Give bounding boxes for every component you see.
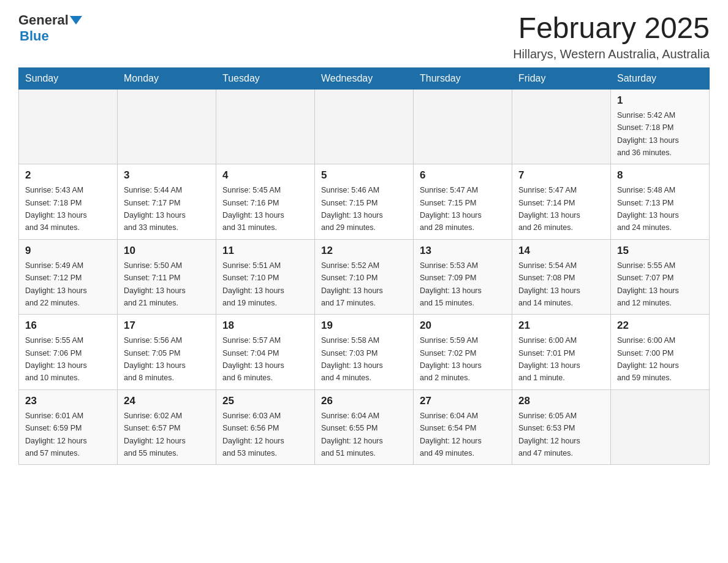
calendar-cell: [19, 89, 118, 164]
header-tuesday: Tuesday: [216, 67, 315, 89]
day-number: 7: [518, 169, 604, 182]
day-number: 15: [617, 245, 703, 257]
day-info: Sunrise: 5:52 AMSunset: 7:10 PMDaylight:…: [321, 261, 383, 307]
day-info: Sunrise: 6:02 AMSunset: 6:57 PMDaylight:…: [124, 412, 186, 458]
day-number: 21: [518, 320, 604, 332]
day-number: 25: [222, 395, 308, 407]
day-info: Sunrise: 6:00 AMSunset: 7:01 PMDaylight:…: [518, 336, 580, 382]
calendar-cell: 2Sunrise: 5:43 AMSunset: 7:18 PMDaylight…: [19, 164, 118, 240]
day-number: 4: [222, 169, 308, 182]
day-number: 14: [518, 245, 604, 257]
header-friday: Friday: [512, 67, 611, 89]
month-title: February 2025: [513, 12, 710, 45]
header-thursday: Thursday: [414, 67, 512, 89]
day-number: 1: [617, 94, 703, 107]
calendar-cell: [315, 89, 414, 164]
day-number: 10: [124, 245, 210, 257]
day-info: Sunrise: 5:50 AMSunset: 7:11 PMDaylight:…: [124, 261, 186, 307]
day-info: Sunrise: 5:59 AMSunset: 7:02 PMDaylight:…: [420, 336, 482, 382]
day-info: Sunrise: 5:58 AMSunset: 7:03 PMDaylight:…: [321, 336, 383, 382]
logo: General Blue: [18, 12, 82, 44]
day-number: 18: [222, 320, 308, 332]
calendar-cell: [414, 89, 512, 164]
day-number: 9: [25, 245, 111, 257]
title-area: February 2025 Hillarys, Western Australi…: [513, 12, 710, 61]
calendar-cell: 13Sunrise: 5:53 AMSunset: 7:09 PMDayligh…: [414, 239, 512, 315]
calendar-cell: [216, 89, 315, 164]
calendar-cell: 21Sunrise: 6:00 AMSunset: 7:01 PMDayligh…: [512, 315, 611, 390]
day-number: 26: [321, 395, 407, 407]
day-number: 11: [222, 245, 308, 257]
day-info: Sunrise: 5:55 AMSunset: 7:06 PMDaylight:…: [25, 336, 87, 382]
calendar-cell: 3Sunrise: 5:44 AMSunset: 7:17 PMDaylight…: [118, 164, 216, 240]
day-info: Sunrise: 6:04 AMSunset: 6:54 PMDaylight:…: [420, 412, 482, 458]
calendar-cell: [118, 89, 216, 164]
day-number: 28: [518, 395, 604, 407]
logo-arrow-icon: [70, 16, 82, 25]
day-number: 3: [124, 169, 210, 182]
calendar-cell: 9Sunrise: 5:49 AMSunset: 7:12 PMDaylight…: [19, 239, 118, 315]
day-number: 16: [25, 320, 111, 332]
calendar-cell: 19Sunrise: 5:58 AMSunset: 7:03 PMDayligh…: [315, 315, 414, 390]
day-info: Sunrise: 5:45 AMSunset: 7:16 PMDaylight:…: [222, 186, 284, 232]
header-sunday: Sunday: [19, 67, 118, 89]
calendar-cell: 7Sunrise: 5:47 AMSunset: 7:14 PMDaylight…: [512, 164, 611, 240]
day-info: Sunrise: 5:49 AMSunset: 7:12 PMDaylight:…: [25, 261, 87, 307]
day-number: 23: [25, 395, 111, 407]
day-number: 5: [321, 169, 407, 182]
day-info: Sunrise: 5:42 AMSunset: 7:18 PMDaylight:…: [617, 111, 679, 157]
day-info: Sunrise: 5:53 AMSunset: 7:09 PMDaylight:…: [420, 261, 482, 307]
header-monday: Monday: [118, 67, 216, 89]
calendar-cell: [611, 389, 710, 465]
day-number: 6: [420, 169, 506, 182]
day-info: Sunrise: 5:56 AMSunset: 7:05 PMDaylight:…: [124, 336, 186, 382]
header-wednesday: Wednesday: [315, 67, 414, 89]
calendar-cell: 8Sunrise: 5:48 AMSunset: 7:13 PMDaylight…: [611, 164, 710, 240]
calendar-cell: 27Sunrise: 6:04 AMSunset: 6:54 PMDayligh…: [414, 389, 512, 465]
calendar-cell: 5Sunrise: 5:46 AMSunset: 7:15 PMDaylight…: [315, 164, 414, 240]
calendar-cell: 14Sunrise: 5:54 AMSunset: 7:08 PMDayligh…: [512, 239, 611, 315]
calendar-cell: 18Sunrise: 5:57 AMSunset: 7:04 PMDayligh…: [216, 315, 315, 390]
day-number: 13: [420, 245, 506, 257]
calendar-cell: 28Sunrise: 6:05 AMSunset: 6:53 PMDayligh…: [512, 389, 611, 465]
header: General Blue February 2025 Hillarys, Wes…: [18, 12, 710, 61]
calendar-cell: 10Sunrise: 5:50 AMSunset: 7:11 PMDayligh…: [118, 239, 216, 315]
location-subtitle: Hillarys, Western Australia, Australia: [513, 47, 710, 61]
day-number: 20: [420, 320, 506, 332]
day-info: Sunrise: 6:01 AMSunset: 6:59 PMDaylight:…: [25, 412, 87, 458]
day-info: Sunrise: 5:47 AMSunset: 7:15 PMDaylight:…: [420, 186, 482, 232]
calendar-cell: 26Sunrise: 6:04 AMSunset: 6:55 PMDayligh…: [315, 389, 414, 465]
day-info: Sunrise: 5:44 AMSunset: 7:17 PMDaylight:…: [124, 186, 186, 232]
day-info: Sunrise: 5:57 AMSunset: 7:04 PMDaylight:…: [222, 336, 284, 382]
calendar-cell: 6Sunrise: 5:47 AMSunset: 7:15 PMDaylight…: [414, 164, 512, 240]
calendar-cell: 11Sunrise: 5:51 AMSunset: 7:10 PMDayligh…: [216, 239, 315, 315]
day-number: 17: [124, 320, 210, 332]
day-number: 19: [321, 320, 407, 332]
day-info: Sunrise: 5:55 AMSunset: 7:07 PMDaylight:…: [617, 261, 679, 307]
day-number: 27: [420, 395, 506, 407]
calendar-cell: 15Sunrise: 5:55 AMSunset: 7:07 PMDayligh…: [611, 239, 710, 315]
logo-general: General: [18, 12, 69, 28]
day-info: Sunrise: 5:48 AMSunset: 7:13 PMDaylight:…: [617, 186, 679, 232]
day-info: Sunrise: 5:47 AMSunset: 7:14 PMDaylight:…: [518, 186, 580, 232]
calendar-cell: 24Sunrise: 6:02 AMSunset: 6:57 PMDayligh…: [118, 389, 216, 465]
logo-blue: Blue: [20, 28, 49, 44]
day-number: 12: [321, 245, 407, 257]
calendar-cell: 22Sunrise: 6:00 AMSunset: 7:00 PMDayligh…: [611, 315, 710, 390]
calendar-cell: 16Sunrise: 5:55 AMSunset: 7:06 PMDayligh…: [19, 315, 118, 390]
calendar-cell: 17Sunrise: 5:56 AMSunset: 7:05 PMDayligh…: [118, 315, 216, 390]
day-info: Sunrise: 6:05 AMSunset: 6:53 PMDaylight:…: [518, 412, 580, 458]
header-saturday: Saturday: [611, 67, 710, 89]
calendar-cell: 23Sunrise: 6:01 AMSunset: 6:59 PMDayligh…: [19, 389, 118, 465]
calendar-cell: [512, 89, 611, 164]
calendar-table: SundayMondayTuesdayWednesdayThursdayFrid…: [18, 67, 710, 465]
day-info: Sunrise: 6:00 AMSunset: 7:00 PMDaylight:…: [617, 336, 679, 382]
day-info: Sunrise: 6:03 AMSunset: 6:56 PMDaylight:…: [222, 412, 284, 458]
day-info: Sunrise: 6:04 AMSunset: 6:55 PMDaylight:…: [321, 412, 383, 458]
calendar-cell: 4Sunrise: 5:45 AMSunset: 7:16 PMDaylight…: [216, 164, 315, 240]
day-info: Sunrise: 5:54 AMSunset: 7:08 PMDaylight:…: [518, 261, 580, 307]
calendar-cell: 20Sunrise: 5:59 AMSunset: 7:02 PMDayligh…: [414, 315, 512, 390]
calendar-cell: 12Sunrise: 5:52 AMSunset: 7:10 PMDayligh…: [315, 239, 414, 315]
calendar-cell: 25Sunrise: 6:03 AMSunset: 6:56 PMDayligh…: [216, 389, 315, 465]
day-number: 22: [617, 320, 703, 332]
